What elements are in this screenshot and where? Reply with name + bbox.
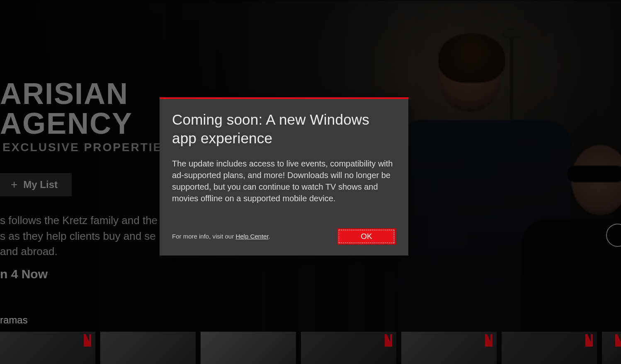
ok-button[interactable]: OK (337, 228, 396, 245)
dialog-meta-suffix: . (269, 233, 270, 240)
dialog-title: Coming soon: A new Windows app experienc… (172, 111, 396, 148)
announcement-dialog: Coming soon: A new Windows app experienc… (160, 97, 408, 256)
help-center-link[interactable]: Help Center (235, 233, 268, 240)
dialog-meta-prefix: For more info, visit our (172, 233, 235, 240)
dialog-body: The update includes access to live event… (172, 158, 396, 204)
dialog-meta: For more info, visit our Help Center. (172, 233, 270, 240)
